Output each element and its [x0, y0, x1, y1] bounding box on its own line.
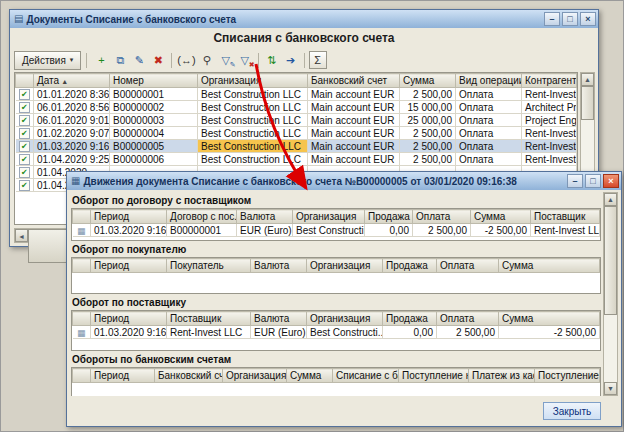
cell[interactable]: B00000001 — [110, 88, 198, 101]
cell[interactable]: Rent-Invest LLC — [531, 224, 600, 237]
cell[interactable]: Architect Projec — [522, 101, 577, 114]
column-header[interactable]: Организация — [307, 259, 383, 273]
scroll-down-icon[interactable]: ▼ — [604, 382, 617, 395]
cell[interactable]: Оплата — [456, 101, 522, 114]
copy-icon[interactable]: ⧉ — [111, 51, 129, 69]
cell[interactable]: Best Constructi... — [307, 326, 383, 339]
column-header[interactable]: Период — [91, 312, 167, 326]
cell[interactable]: 0,00 — [365, 224, 413, 237]
movement-row[interactable]: ▦01.03.2020 9:16Rent-Invest LLCEUR (Euro… — [73, 326, 600, 339]
cell[interactable]: Main account EUR — [308, 114, 400, 127]
close-icon[interactable]: × — [603, 174, 619, 188]
column-header[interactable]: Сумма — [400, 74, 456, 88]
column-header[interactable]: Организация — [293, 210, 365, 224]
cell[interactable]: B00000001 — [167, 224, 237, 237]
cell[interactable]: 06.01.2020 8:56:39 — [34, 101, 110, 114]
report-icon[interactable]: Σ — [309, 51, 327, 69]
column-header[interactable]: Поступление н... — [399, 369, 469, 383]
cell[interactable]: Оплата — [456, 153, 522, 166]
document-row[interactable]: ✔06.01.2020 9:01:57B00000003Best Constru… — [16, 114, 577, 127]
cell[interactable]: Main account EUR — [308, 140, 400, 153]
column-header[interactable]: Сумма — [499, 312, 600, 326]
actions-menu-button[interactable]: Действия ▾ — [14, 51, 81, 70]
cell[interactable]: Rent-Invest LLC — [522, 88, 577, 101]
close-window-button[interactable]: Закрыть — [543, 402, 601, 420]
date-interval-icon[interactable]: (↔) — [176, 51, 196, 69]
column-header[interactable]: Поставщик — [531, 210, 600, 224]
column-header[interactable]: Валюта — [251, 312, 307, 326]
scroll-left-icon[interactable]: ◄ — [15, 229, 28, 242]
cell[interactable]: Best Construction LLC — [198, 153, 308, 166]
scroll-track[interactable] — [604, 206, 617, 382]
cell[interactable]: Best Construction LLC — [198, 114, 308, 127]
document-movements-icon[interactable]: ⇅ — [263, 51, 281, 69]
cell[interactable]: B00000004 — [110, 127, 198, 140]
column-header[interactable]: Период — [91, 369, 155, 383]
column-header[interactable]: Продажа — [383, 259, 437, 273]
column-header[interactable]: Поступление ... — [535, 369, 600, 383]
scroll-thumb[interactable] — [581, 86, 594, 120]
cell[interactable]: Best Construction LLC — [198, 127, 308, 140]
clear-filter-icon[interactable]: ▽✖ — [236, 51, 254, 69]
document-row[interactable]: ✔01.04.2020 9:25:46B00000006Best Constru… — [16, 153, 577, 166]
cell[interactable]: Rent-Invest LLC — [167, 326, 251, 339]
cell[interactable]: 06.01.2020 9:01:57 — [34, 114, 110, 127]
delete-icon[interactable]: ✖ — [149, 51, 167, 69]
cell[interactable]: 2 500,00 — [400, 127, 456, 140]
cell[interactable]: Rent-Invest LLC — [522, 140, 577, 153]
document-row[interactable]: ✔06.01.2020 8:56:39B00000002Best Constru… — [16, 101, 577, 114]
cell[interactable]: -2 500,00 — [499, 326, 600, 339]
column-header[interactable]: Оплата — [437, 312, 499, 326]
movements-vertical-scrollbar[interactable]: ▲ ▼ — [603, 192, 618, 396]
column-header[interactable]: Вид операции — [456, 74, 522, 88]
column-header[interactable]: Оплата — [437, 259, 499, 273]
documents-window-titlebar[interactable]: ▤ Документы Списание с банковского счета… — [10, 10, 598, 28]
column-header[interactable]: Организация — [223, 369, 287, 383]
cell[interactable]: 2 500,00 — [437, 326, 499, 339]
column-header[interactable]: Организация — [307, 312, 383, 326]
cell[interactable]: Best Construction LLC — [198, 140, 308, 153]
document-row[interactable]: ✔01.02.2020 9:07:20B00000004Best Constru… — [16, 127, 577, 140]
column-header[interactable]: Период — [91, 210, 167, 224]
cell[interactable]: 01.04.2020 9:25:46 — [34, 153, 110, 166]
new-document-icon[interactable]: + — [92, 51, 110, 69]
cell[interactable]: Main account EUR — [308, 153, 400, 166]
column-header[interactable]: Сумма — [471, 210, 531, 224]
column-header[interactable]: Банковский сч... — [155, 369, 223, 383]
column-header[interactable]: Период — [91, 259, 167, 273]
cell[interactable]: 2 500,00 — [400, 88, 456, 101]
column-header[interactable]: Сумма — [499, 259, 600, 273]
cell[interactable]: 15 000,00 — [400, 101, 456, 114]
column-header[interactable]: Поставщик — [167, 312, 251, 326]
cell[interactable]: 01.03.2020 9:16 — [91, 224, 167, 237]
column-header[interactable]: Валюта — [237, 210, 293, 224]
document-row[interactable]: ✔01.01.2020 8:36:01B00000001Best Constru… — [16, 88, 577, 101]
column-header[interactable]: Оплата — [413, 210, 471, 224]
column-header[interactable]: Списание с ба... — [333, 369, 399, 383]
cell[interactable]: Main account EUR — [308, 88, 400, 101]
movements-window-titlebar[interactable]: ▦ Движения документа Списание с банковск… — [67, 172, 621, 190]
column-header[interactable]: Организация — [198, 74, 308, 88]
cell[interactable]: -2 500,00 — [471, 224, 531, 237]
column-header[interactable]: Номер — [110, 74, 198, 88]
cell[interactable]: Main account EUR — [308, 127, 400, 140]
maximize-icon[interactable]: □ — [562, 12, 578, 26]
column-header[interactable]: Покупатель — [167, 259, 251, 273]
document-row[interactable]: ✔01.03.2020 9:16:38B00000005Best Constru… — [16, 140, 577, 153]
cell[interactable]: B00000005 — [110, 140, 198, 153]
movement-row[interactable]: ▦01.03.2020 9:16B00000001EUR (Euro)Best … — [73, 224, 600, 237]
cell[interactable]: EUR (Euro) — [237, 224, 293, 237]
search-icon[interactable]: ⚲ — [198, 51, 216, 69]
column-header[interactable]: Продажа — [383, 312, 437, 326]
cell[interactable]: Best Construction LLC — [198, 88, 308, 101]
cell[interactable]: Rent-Invest LLC — [522, 153, 577, 166]
cell[interactable]: 2 500,00 — [400, 153, 456, 166]
cell[interactable]: 01.01.2020 8:36:01 — [34, 88, 110, 101]
cell[interactable]: B00000003 — [110, 114, 198, 127]
column-header[interactable]: Продажа — [365, 210, 413, 224]
minimize-icon[interactable]: – — [567, 174, 583, 188]
column-header[interactable]: Дата▲ — [34, 74, 110, 88]
cell[interactable]: Оплата — [456, 140, 522, 153]
cell[interactable]: 2 500,00 — [413, 224, 471, 237]
cell[interactable]: 01.03.2020 9:16:38 — [34, 140, 110, 153]
